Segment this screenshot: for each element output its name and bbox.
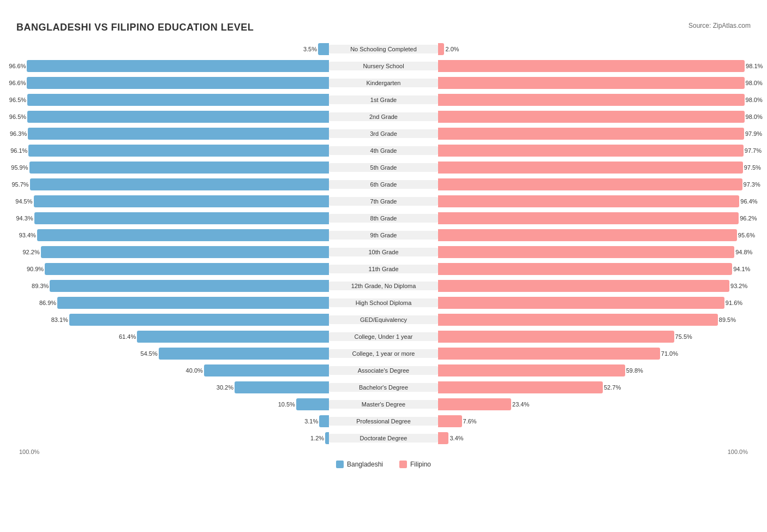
bar-row: 3.5%No Schooling Completed2.0% bbox=[16, 41, 751, 57]
bar-wrapper: 10.5%Master's Degree23.4% bbox=[16, 397, 751, 412]
bangladeshi-bar: 94.3% bbox=[34, 212, 329, 224]
bar-row: 96.6%Kindergarten98.0% bbox=[16, 75, 751, 91]
bar-wrapper: 96.3%3rd Grade97.9% bbox=[16, 126, 751, 141]
bangladeshi-value: 40.0% bbox=[186, 367, 203, 374]
chart-title: BANGLADESHI VS FILIPINO EDUCATION LEVEL bbox=[16, 22, 751, 33]
right-side: 95.6% bbox=[438, 228, 751, 243]
bangladeshi-bar: 3.5% bbox=[318, 43, 329, 55]
bar-wrapper: 30.2%Bachelor's Degree52.7% bbox=[16, 380, 751, 395]
right-side: 59.8% bbox=[438, 363, 751, 378]
right-side: 52.7% bbox=[438, 380, 751, 395]
x-axis-right: 100.0% bbox=[728, 449, 748, 455]
legend-bangladeshi-box bbox=[336, 461, 344, 468]
left-side: 54.5% bbox=[16, 346, 329, 361]
right-side: 91.6% bbox=[438, 295, 751, 310]
category-label: College, Under 1 year bbox=[329, 332, 438, 341]
left-side: 1.2% bbox=[16, 431, 329, 446]
legend-filipino-box bbox=[399, 461, 407, 468]
filipino-bar: 91.6% bbox=[438, 297, 724, 309]
filipino-value: 52.7% bbox=[604, 384, 621, 391]
bangladeshi-bar: 1.2% bbox=[325, 432, 329, 444]
filipino-bar: 59.8% bbox=[438, 364, 625, 376]
left-side: 96.6% bbox=[16, 75, 329, 91]
left-side: 95.9% bbox=[16, 160, 329, 175]
bar-wrapper: 96.1%4th Grade97.7% bbox=[16, 143, 751, 158]
filipino-value: 93.2% bbox=[730, 283, 747, 289]
category-label: 2nd Grade bbox=[329, 112, 438, 121]
bar-row: 95.7%6th Grade97.3% bbox=[16, 177, 751, 192]
bar-wrapper: 83.1%GED/Equivalency89.5% bbox=[16, 312, 751, 327]
left-side: 90.9% bbox=[16, 261, 329, 277]
category-label: Professional Degree bbox=[329, 417, 438, 426]
legend: Bangladeshi Filipino bbox=[16, 461, 751, 468]
filipino-bar: 52.7% bbox=[438, 381, 603, 393]
left-side: 86.9% bbox=[16, 295, 329, 310]
bar-row: 93.4%9th Grade95.6% bbox=[16, 228, 751, 243]
bangladeshi-bar: 95.7% bbox=[30, 178, 329, 190]
bangladeshi-value: 96.3% bbox=[10, 130, 27, 137]
filipino-value: 7.6% bbox=[463, 418, 477, 425]
filipino-value: 23.4% bbox=[512, 401, 529, 408]
bangladeshi-value: 94.3% bbox=[16, 215, 33, 222]
filipino-value: 96.4% bbox=[740, 198, 757, 205]
bar-row: 83.1%GED/Equivalency89.5% bbox=[16, 312, 751, 327]
category-label: 8th Grade bbox=[329, 214, 438, 223]
bangladeshi-bar: 93.4% bbox=[37, 229, 329, 241]
filipino-bar: 98.0% bbox=[438, 94, 745, 106]
right-side: 97.7% bbox=[438, 143, 751, 158]
category-label: Master's Degree bbox=[329, 400, 438, 409]
right-side: 23.4% bbox=[438, 397, 751, 412]
bar-row: 10.5%Master's Degree23.4% bbox=[16, 397, 751, 412]
filipino-value: 3.4% bbox=[450, 435, 463, 441]
bangladeshi-value: 95.7% bbox=[11, 181, 28, 188]
filipino-bar: 98.0% bbox=[438, 111, 745, 123]
bangladeshi-bar: 96.5% bbox=[27, 94, 329, 106]
bangladeshi-value: 94.5% bbox=[15, 198, 32, 205]
category-label: 1st Grade bbox=[329, 95, 438, 104]
filipino-value: 97.3% bbox=[744, 181, 760, 188]
bar-row: 92.2%10th Grade94.8% bbox=[16, 244, 751, 260]
bangladeshi-value: 1.2% bbox=[310, 435, 324, 441]
category-label: Doctorate Degree bbox=[329, 434, 438, 443]
bar-wrapper: 92.2%10th Grade94.8% bbox=[16, 244, 751, 260]
bangladeshi-bar: 96.6% bbox=[27, 77, 329, 89]
bangladeshi-bar: 83.1% bbox=[69, 314, 329, 326]
right-side: 7.6% bbox=[438, 414, 751, 429]
left-side: 94.5% bbox=[16, 194, 329, 209]
category-label: 5th Grade bbox=[329, 163, 438, 172]
right-side: 96.2% bbox=[438, 211, 751, 226]
bangladeshi-value: 92.2% bbox=[23, 249, 40, 255]
filipino-bar: 75.5% bbox=[438, 331, 674, 343]
bar-row: 96.5%1st Grade98.0% bbox=[16, 92, 751, 107]
source-text: Source: ZipAtlas.com bbox=[688, 22, 751, 29]
bar-wrapper: 96.5%2nd Grade98.0% bbox=[16, 109, 751, 124]
right-side: 93.2% bbox=[438, 278, 751, 294]
filipino-value: 97.7% bbox=[745, 147, 762, 154]
left-side: 61.4% bbox=[16, 329, 329, 344]
bar-wrapper: 61.4%College, Under 1 year75.5% bbox=[16, 329, 751, 344]
category-label: High School Diploma bbox=[329, 298, 438, 307]
bar-row: 90.9%11th Grade94.1% bbox=[16, 261, 751, 277]
bangladeshi-value: 83.1% bbox=[51, 316, 68, 323]
bangladeshi-value: 93.4% bbox=[19, 232, 36, 238]
left-side: 96.5% bbox=[16, 109, 329, 124]
category-label: 9th Grade bbox=[329, 231, 438, 240]
filipino-bar: 94.1% bbox=[438, 263, 732, 275]
bar-wrapper: 96.6%Nursery School98.1% bbox=[16, 58, 751, 74]
filipino-bar: 3.4% bbox=[438, 432, 448, 444]
filipino-value: 95.6% bbox=[738, 232, 755, 238]
bangladeshi-value: 54.5% bbox=[141, 350, 158, 357]
bangladeshi-value: 96.5% bbox=[9, 113, 26, 120]
bar-row: 3.1%Professional Degree7.6% bbox=[16, 414, 751, 429]
filipino-bar: 97.9% bbox=[438, 128, 744, 140]
filipino-value: 96.2% bbox=[740, 215, 757, 222]
bangladeshi-bar: 89.3% bbox=[50, 280, 329, 292]
bangladeshi-value: 90.9% bbox=[27, 266, 44, 272]
right-side: 97.3% bbox=[438, 177, 751, 192]
bangladeshi-bar: 90.9% bbox=[45, 263, 329, 275]
legend-filipino-label: Filipino bbox=[410, 461, 431, 468]
bangladeshi-bar: 40.0% bbox=[204, 364, 329, 376]
bar-wrapper: 86.9%High School Diploma91.6% bbox=[16, 295, 751, 310]
bar-wrapper: 3.5%No Schooling Completed2.0% bbox=[16, 41, 751, 57]
bar-row: 94.5%7th Grade96.4% bbox=[16, 194, 751, 209]
